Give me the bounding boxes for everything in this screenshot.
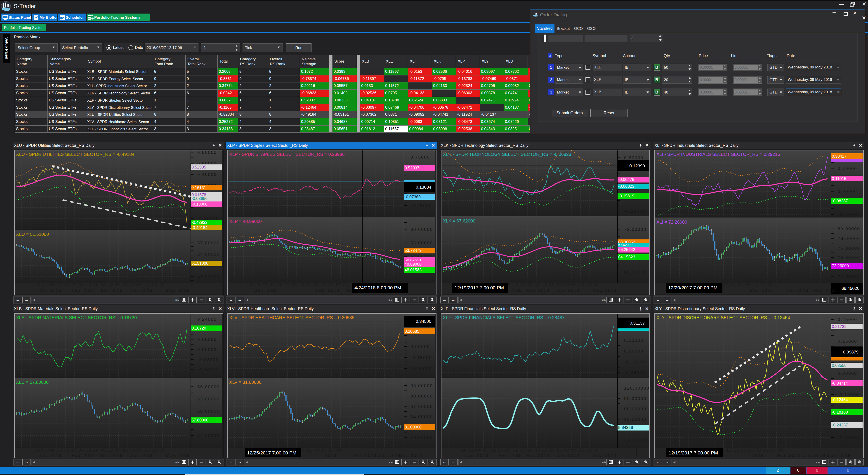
svg-text:Apr. 2018: Apr. 2018 bbox=[557, 288, 579, 293]
svg-text:12/19/2017 7:00:00 PM: 12/19/2017 7:00:00 PM bbox=[669, 450, 718, 455]
svg-text:XLU = 51.51000: XLU = 51.51000 bbox=[16, 232, 49, 237]
svg-text:Apr. 2018: Apr. 2018 bbox=[378, 453, 401, 457]
svg-text:93.00000: 93.00000 bbox=[410, 383, 433, 388]
svg-text:0.00000: 0.00000 bbox=[838, 189, 857, 194]
svg-text:May. 2018: May. 2018 bbox=[813, 288, 837, 293]
svg-text:-0.10000: -0.10000 bbox=[838, 392, 859, 397]
svg-text:48.00000: 48.00000 bbox=[197, 274, 220, 279]
svg-text:Mar. 2018: Mar. 2018 bbox=[526, 288, 550, 293]
svg-text:Jan. 2018: Jan. 2018 bbox=[39, 453, 61, 457]
svg-text:78.00000: 78.00000 bbox=[410, 435, 433, 440]
svg-text:0.16131: 0.16131 bbox=[191, 185, 206, 190]
svg-text:0.31137: 0.31137 bbox=[630, 321, 645, 326]
svg-text:90.00000: 90.00000 bbox=[410, 394, 433, 399]
svg-text:Mar. 2018: Mar. 2018 bbox=[99, 288, 123, 293]
svg-text:0.40000: 0.40000 bbox=[197, 172, 217, 177]
svg-text:-0.30000: -0.30000 bbox=[838, 435, 859, 440]
svg-text:XLV = 81.00000: XLV = 81.00000 bbox=[229, 380, 261, 385]
svg-text:Apr. 2018: Apr. 2018 bbox=[130, 453, 153, 457]
svg-text:-0.24257: -0.24257 bbox=[832, 423, 848, 427]
svg-text:-0.49184: -0.49184 bbox=[191, 226, 208, 230]
svg-text:81.00000: 81.00000 bbox=[405, 425, 422, 429]
svg-text:Mar. 2018: Mar. 2018 bbox=[526, 453, 550, 457]
svg-text:-0.18189: -0.18189 bbox=[832, 410, 848, 414]
svg-text:XLP - SPDR STAPLES SELECT SECT: XLP - SPDR STAPLES SELECT SECTOR_RS = 0.… bbox=[229, 152, 344, 157]
svg-text:-0.12464: -0.12464 bbox=[832, 398, 848, 402]
svg-text:0.00000: 0.00000 bbox=[838, 371, 857, 376]
svg-text:0.30417: 0.30417 bbox=[832, 154, 846, 159]
svg-text:0.00000: 0.00000 bbox=[624, 349, 644, 353]
svg-text:May. 2018: May. 2018 bbox=[827, 453, 850, 457]
svg-text:18 01 08 15 22 29 05 12: 18 01 08 15 22 29 05 12 26 05 12 19 26 0… bbox=[35, 448, 165, 452]
svg-text:76.00000: 76.00000 bbox=[838, 246, 860, 250]
svg-text:-0.43932: -0.43932 bbox=[191, 220, 208, 225]
svg-text:12/20/2017 7:00:00 PM: 12/20/2017 7:00:00 PM bbox=[668, 285, 717, 290]
svg-text:0.20000: 0.20000 bbox=[624, 156, 644, 160]
svg-text:56.00000: 56.00000 bbox=[410, 241, 433, 245]
svg-text:0.00000: 0.00000 bbox=[410, 344, 430, 349]
svg-text:-0.20000: -0.20000 bbox=[838, 212, 859, 217]
svg-text:12/19/2017 7:00:00 PM: 12/19/2017 7:00:00 PM bbox=[455, 285, 504, 290]
svg-text:May. 2018: May. 2018 bbox=[593, 453, 616, 457]
svg-text:-0.16000: -0.16000 bbox=[197, 368, 219, 372]
svg-text:90.00000: 90.00000 bbox=[624, 396, 647, 401]
svg-text:68.45020: 68.45020 bbox=[842, 286, 860, 291]
svg-text:XLK = 67.62000: XLK = 67.62000 bbox=[443, 218, 475, 224]
svg-text:XLV - SPDR HEALTHCARE SELECT S: XLV - SPDR HEALTHCARE SELECT SECTOR_RS =… bbox=[229, 315, 354, 320]
svg-text:78.00000: 78.00000 bbox=[838, 236, 860, 241]
svg-text:54.00000: 54.00000 bbox=[197, 252, 220, 257]
svg-text:0.16720: 0.16720 bbox=[191, 326, 206, 331]
svg-text:-30.00000: -30.00000 bbox=[624, 438, 649, 442]
svg-text:Feb. 2018: Feb. 2018 bbox=[72, 453, 95, 457]
svg-text:0.25000: 0.25000 bbox=[838, 317, 857, 322]
svg-text:Jan. 2018: Jan. 2018 bbox=[465, 453, 488, 457]
svg-text:XLK - SPDR TECHNOLOGY SELECT S: XLK - SPDR TECHNOLOGY SELECT SECTOR_RS =… bbox=[443, 152, 571, 157]
svg-text:Feb. 2018: Feb. 2018 bbox=[316, 288, 340, 293]
svg-text:5.84356: 5.84356 bbox=[618, 425, 633, 430]
svg-text:57.00000: 57.00000 bbox=[197, 241, 220, 245]
svg-text:-0.15819: -0.15819 bbox=[618, 194, 634, 198]
svg-text:49.69000: 49.69000 bbox=[405, 262, 422, 267]
svg-text:4/24/2018 8:00:00 PM: 4/24/2018 8:00:00 PM bbox=[354, 285, 401, 290]
svg-text:0.34500: 0.34500 bbox=[416, 319, 431, 324]
svg-text:53.73479: 53.73479 bbox=[405, 248, 422, 253]
svg-text:60.00000: 60.00000 bbox=[410, 227, 433, 232]
svg-text:0.80000: 0.80000 bbox=[197, 150, 217, 155]
svg-text:0.21732: 0.21732 bbox=[832, 324, 846, 329]
svg-text:0.03558: 0.03558 bbox=[832, 363, 846, 368]
svg-text:66.00000: 66.00000 bbox=[197, 384, 220, 389]
svg-text:-0.04714: -0.04714 bbox=[832, 381, 848, 385]
svg-text:0.20000: 0.20000 bbox=[838, 166, 857, 171]
svg-text:Feb. 2018: Feb. 2018 bbox=[72, 288, 95, 293]
svg-text:May. 2018: May. 2018 bbox=[399, 453, 422, 457]
svg-text:Feb. 2018: Feb. 2018 bbox=[498, 453, 522, 457]
svg-text:XLU - SPDR UTILITIES SELECT SE: XLU - SPDR UTILITIES SELECT SECTOR_RS = … bbox=[16, 152, 134, 157]
svg-text:66.25842: 66.25842 bbox=[618, 247, 635, 252]
svg-text:May. 2018: May. 2018 bbox=[593, 288, 616, 293]
svg-text:0.52935: 0.52935 bbox=[191, 165, 206, 169]
svg-text:2018: 2018 bbox=[752, 453, 764, 457]
svg-text:63.00000: 63.00000 bbox=[197, 397, 220, 401]
svg-text:-0.08387: -0.08387 bbox=[832, 199, 848, 203]
svg-text:XLB = 57.80000: XLB = 57.80000 bbox=[16, 380, 49, 385]
svg-text:XLY - SPDR DISCRETIONARY SELEC: XLY - SPDR DISCRETIONARY SELECT SECTOR_R… bbox=[656, 315, 790, 320]
svg-text:XLI - SPDR INDUSTRIALS SELECT: XLI - SPDR INDUSTRIALS SELECT SECTOR_RS … bbox=[656, 152, 780, 157]
svg-text:-0.15000: -0.15000 bbox=[410, 355, 432, 360]
svg-text:120.00000: 120.00000 bbox=[624, 386, 649, 391]
svg-text:60.00000: 60.00000 bbox=[197, 409, 220, 414]
svg-text:-0.06823: -0.06823 bbox=[618, 184, 634, 189]
svg-text:-0.30000: -0.30000 bbox=[410, 366, 432, 371]
svg-text:-0.30000: -0.30000 bbox=[624, 209, 646, 214]
svg-text:0.11015: 0.11015 bbox=[832, 176, 846, 181]
svg-text:-0.24000: -0.24000 bbox=[624, 370, 646, 375]
svg-text:74.00000: 74.00000 bbox=[838, 255, 860, 260]
svg-text:Apr. 2018: Apr. 2018 bbox=[557, 453, 579, 457]
svg-text:-0.12000: -0.12000 bbox=[624, 360, 646, 364]
svg-text:48.01583: 48.01583 bbox=[405, 268, 422, 272]
svg-text:XLB - SPDR MATERIALS SELECT SE: XLB - SPDR MATERIALS SELECT SECTOR_RS = … bbox=[16, 315, 137, 320]
svg-text:Apr. 2018: Apr. 2018 bbox=[803, 453, 826, 457]
svg-text:0.13084: 0.13084 bbox=[416, 185, 431, 190]
svg-text:18 01 08 15 22 29 05 12: 18 01 08 15 22 29 05 12 26 05 12 19 26 0… bbox=[35, 282, 165, 287]
svg-text:87.00000: 87.00000 bbox=[410, 404, 433, 409]
svg-text:-0.25000: -0.25000 bbox=[410, 203, 432, 208]
